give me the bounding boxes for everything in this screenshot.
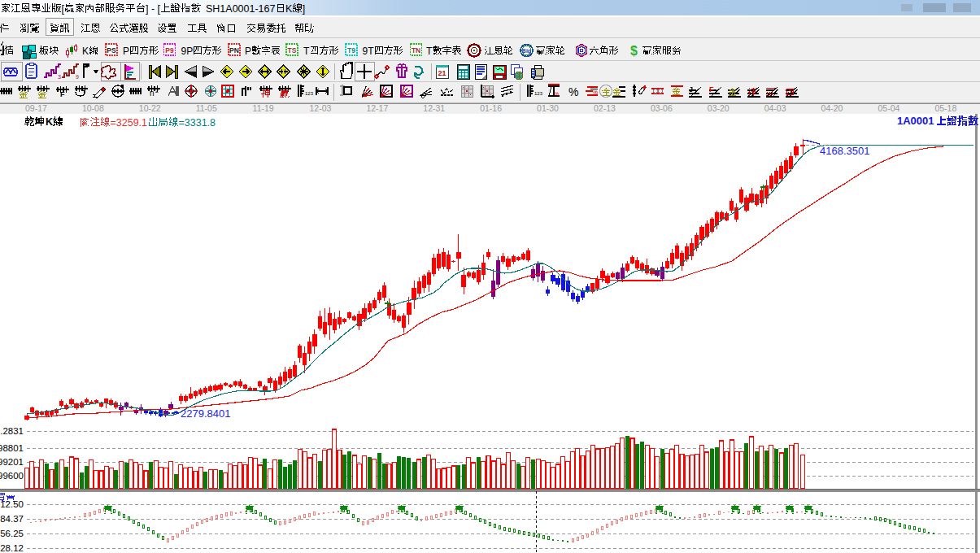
svg-text:03-20: 03-20 (708, 103, 730, 113)
svg-text:12.50: 12.50 (0, 499, 24, 509)
svg-text:F: F (60, 90, 65, 98)
svg-text:K: K (285, 3, 293, 15)
svg-text:J: J (689, 85, 693, 94)
svg-text:%: % (568, 85, 578, 98)
svg-text:98801: 98801 (0, 443, 24, 453)
svg-text:TN: TN (412, 46, 420, 54)
svg-text:56.25: 56.25 (0, 529, 24, 538)
svg-text:K: K (82, 46, 89, 57)
svg-text:SH1A0001-167: SH1A0001-167 (206, 3, 276, 15)
svg-text:T: T (303, 46, 310, 57)
svg-text:9: 9 (76, 74, 79, 80)
svg-text:01-16: 01-16 (480, 103, 502, 113)
svg-text:123: 123 (305, 91, 314, 96)
svg-text:1A0001: 1A0001 (897, 115, 934, 127)
svg-text:123: 123 (534, 91, 543, 96)
svg-text:04-03: 04-03 (764, 103, 786, 113)
svg-text:P: P (245, 46, 251, 57)
svg-text:T9: T9 (347, 46, 355, 54)
svg-text:04-20: 04-20 (821, 103, 843, 113)
svg-text:11-05: 11-05 (196, 103, 217, 113)
svg-text:05-18: 05-18 (934, 103, 956, 113)
svg-text:=3259.1: =3259.1 (111, 117, 148, 128)
svg-text:F: F (709, 85, 714, 94)
svg-text:Big: Big (522, 48, 531, 54)
svg-text:PS: PS (107, 46, 116, 54)
svg-text:=3331.8: =3331.8 (179, 117, 216, 128)
svg-text:21: 21 (438, 69, 446, 77)
svg-text:09-17: 09-17 (25, 103, 47, 113)
svg-text:9T: 9T (363, 46, 375, 57)
svg-text:P: P (123, 46, 129, 57)
svg-text:03-06: 03-06 (651, 103, 673, 113)
svg-text:n: n (150, 89, 155, 98)
svg-text:%: % (554, 91, 559, 97)
svg-text:10-08: 10-08 (82, 103, 104, 113)
svg-text:10-22: 10-22 (139, 103, 161, 113)
svg-text:P9: P9 (165, 46, 174, 54)
svg-text:9P: 9P (181, 46, 194, 57)
svg-text:99201: 99201 (0, 457, 24, 467)
svg-text:PN: PN (229, 46, 239, 54)
svg-text:T: T (426, 46, 433, 57)
svg-text:12-03: 12-03 (310, 103, 332, 113)
svg-text:.2831: .2831 (0, 426, 24, 436)
svg-text:02-13: 02-13 (594, 103, 616, 113)
svg-text:$: $ (630, 44, 638, 58)
svg-text:2279.8401: 2279.8401 (181, 407, 230, 420)
svg-text:11-19: 11-19 (253, 103, 274, 113)
svg-text:3: 3 (58, 74, 61, 80)
svg-text:05-04: 05-04 (878, 103, 900, 113)
svg-text:28.12: 28.12 (0, 543, 24, 553)
svg-text:84.37: 84.37 (0, 514, 24, 524)
svg-text:4168.3501: 4168.3501 (820, 145, 869, 157)
svg-text:%: % (592, 89, 598, 96)
svg-text:12-31: 12-31 (423, 103, 445, 113)
svg-text:K: K (46, 116, 53, 128)
svg-text:TS: TS (288, 46, 297, 54)
svg-text:12-17: 12-17 (366, 103, 388, 113)
svg-text:01-30: 01-30 (537, 103, 559, 113)
svg-text:2: 2 (155, 88, 159, 94)
svg-text:[: [ (62, 3, 65, 15)
svg-text:]: ] (303, 3, 305, 15)
svg-text:99600: 99600 (0, 471, 24, 481)
svg-text:] - [: ] - [ (146, 3, 161, 15)
